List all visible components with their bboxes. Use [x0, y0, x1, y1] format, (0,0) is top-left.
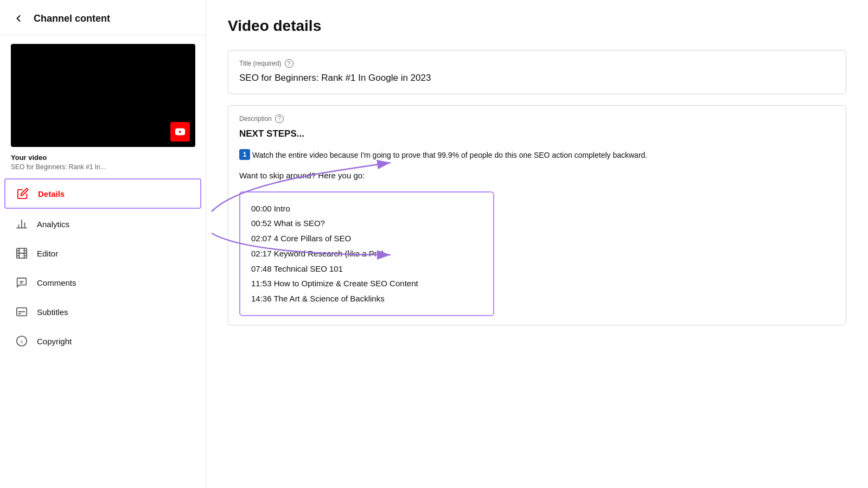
sidebar-item-label-copyright: Copyright — [37, 337, 72, 346]
sidebar-item-subtitles[interactable]: Subtitles — [4, 298, 201, 326]
youtube-badge — [170, 122, 190, 142]
svg-text:c: c — [21, 339, 23, 344]
sidebar-item-label-subtitles: Subtitles — [37, 307, 68, 317]
skip-text: Want to skip around? Here you go: — [239, 169, 835, 183]
your-video-label: Your video — [11, 153, 195, 162]
chapter-4: 07:48 Technical SEO 101 — [251, 261, 482, 277]
chapter-1: 00:52 What is SEO? — [251, 216, 482, 231]
sidebar-item-analytics[interactable]: Analytics — [4, 210, 201, 238]
description-help-icon[interactable]: ? — [275, 114, 284, 123]
sidebar-item-label-comments: Comments — [37, 278, 76, 287]
pencil-icon — [16, 187, 29, 200]
main-content: Video details Title (required) ? SEO for… — [206, 0, 868, 488]
copyright-icon: c — [15, 335, 28, 348]
video-info: Your video SEO for Beginners: Rank #1 In… — [0, 153, 206, 177]
step-1-line: 1 Watch the entire video because I'm goi… — [239, 149, 835, 162]
description-field-label: Description ? — [239, 114, 835, 123]
title-field-label: Title (required) ? — [239, 59, 835, 68]
title-field-card[interactable]: Title (required) ? SEO for Beginners: Ra… — [228, 50, 846, 94]
subtitles-icon — [15, 305, 28, 318]
sidebar-item-comments[interactable]: Comments — [4, 268, 201, 297]
sidebar-item-copyright[interactable]: c Copyright — [4, 327, 201, 355]
comment-icon — [15, 276, 28, 289]
sidebar-title: Channel content — [34, 13, 110, 24]
chapter-0: 00:00 Intro — [251, 201, 482, 216]
description-field-card[interactable]: Description ? NEXT STEPS... 1 Watch the … — [228, 105, 846, 325]
next-steps-text: NEXT STEPS... — [239, 126, 835, 142]
sidebar-item-label-analytics: Analytics — [37, 220, 69, 229]
chapter-5: 11:53 How to Optimize & Create SEO Conte… — [251, 276, 482, 291]
sidebar-nav: Details Analytics — [0, 177, 206, 356]
chapters-box: 00:00 Intro 00:52 What is SEO? 02:07 4 C… — [239, 191, 494, 316]
film-icon — [15, 247, 28, 260]
back-button[interactable] — [11, 11, 26, 26]
video-subtitle: SEO for Beginners: Rank #1 In... — [11, 163, 195, 171]
sidebar-item-details[interactable]: Details — [4, 178, 201, 209]
step-number-1: 1 — [239, 149, 250, 160]
sidebar-item-label-editor: Editor — [37, 249, 58, 258]
title-field-value: SEO for Beginners: Rank #1 In Google in … — [239, 71, 835, 85]
sidebar-header: Channel content — [0, 0, 206, 35]
title-help-icon[interactable]: ? — [285, 59, 293, 68]
sidebar-item-label-details: Details — [38, 189, 65, 198]
sidebar-item-editor[interactable]: Editor — [4, 239, 201, 267]
sidebar: Channel content Your video SEO for Begin… — [0, 0, 206, 488]
step-1-text: Watch the entire video because I'm going… — [252, 149, 647, 162]
chapter-6: 14:36 The Art & Science of Backlinks — [251, 291, 482, 306]
bar-chart-icon — [15, 217, 28, 230]
chapter-2: 02:07 4 Core Pillars of SEO — [251, 231, 482, 246]
description-content: NEXT STEPS... 1 Watch the entire video b… — [239, 126, 835, 316]
chapter-3: 02:17 Keyword Research (like a Pro) — [251, 246, 482, 261]
page-title: Video details — [228, 17, 846, 35]
video-thumbnail — [11, 44, 195, 147]
